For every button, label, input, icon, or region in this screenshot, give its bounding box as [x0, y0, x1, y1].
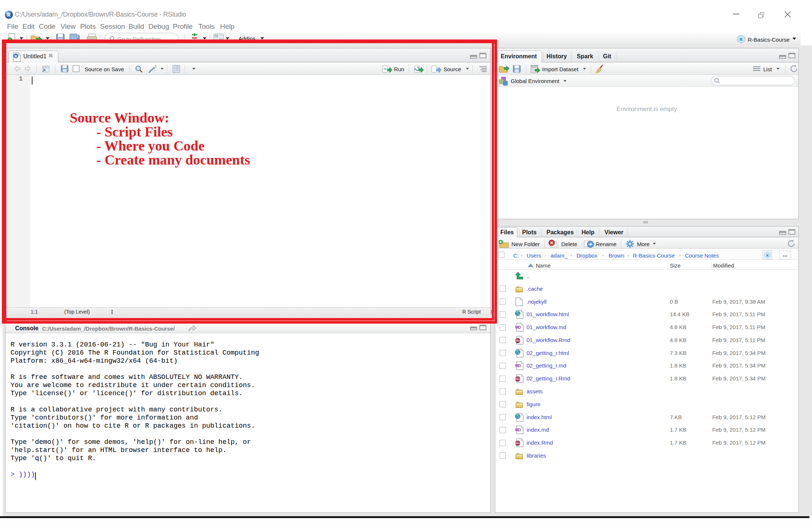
svg-text:R: R — [7, 12, 11, 18]
svg-text:R: R — [766, 253, 769, 257]
svg-text:R: R — [740, 37, 743, 41]
